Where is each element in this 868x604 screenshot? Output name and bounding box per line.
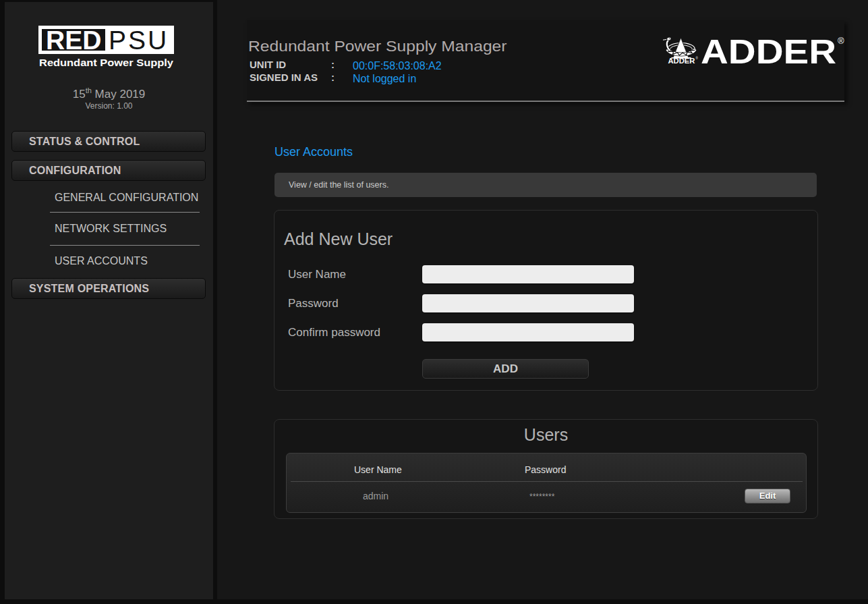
svg-text:ADDER: ADDER <box>668 57 695 65</box>
svg-text:®: ® <box>838 36 844 46</box>
svg-text:®: ® <box>696 56 699 60</box>
svg-text:ADDER: ADDER <box>701 33 836 66</box>
